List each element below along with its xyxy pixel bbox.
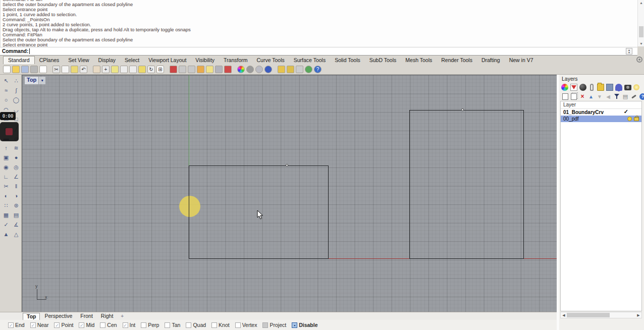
scroll-down-icon[interactable]: ▼: [638, 41, 644, 46]
menu-tab-standard[interactable]: Standard: [3, 56, 35, 64]
options-gear-icon[interactable]: [287, 66, 294, 73]
checkbox[interactable]: [211, 322, 217, 328]
boolean-union-icon[interactable]: ◐: [2, 191, 11, 201]
osnap-knot[interactable]: Knot: [211, 322, 230, 328]
render-tab-icon[interactable]: [579, 84, 586, 91]
zoom-window-icon[interactable]: [129, 66, 137, 73]
layer-manager-icon[interactable]: [224, 66, 232, 73]
command-prompt[interactable]: Command: ▲▼: [0, 47, 637, 56]
zoom-dynamic-icon[interactable]: [120, 66, 128, 73]
checkbox[interactable]: [165, 322, 170, 328]
sphere-icon[interactable]: ●: [12, 153, 21, 162]
visibility-bulb-icon[interactable]: [206, 66, 213, 73]
new-layer-icon[interactable]: [562, 93, 568, 100]
block-icon[interactable]: ▦: [2, 210, 11, 220]
filter-funnel-icon[interactable]: [614, 93, 620, 100]
named-view-icon[interactable]: [170, 66, 177, 73]
ghosted-view-icon[interactable]: [255, 66, 263, 73]
viewport-title[interactable]: Top ▼: [25, 77, 45, 84]
checkbox[interactable]: ✓: [123, 322, 128, 328]
osnap-near[interactable]: ✓Near: [30, 322, 49, 328]
notes-icon[interactable]: [590, 84, 594, 91]
display-wheel-icon[interactable]: [561, 84, 568, 91]
menu-tab-select[interactable]: Select: [120, 57, 144, 64]
osnap-cen[interactable]: Cen: [100, 322, 117, 328]
boolean-difference-icon[interactable]: ◑: [12, 191, 21, 201]
layer-name[interactable]: 00_pdf: [563, 116, 579, 122]
viewport-tab-front[interactable]: Front: [77, 313, 96, 319]
pipe-icon[interactable]: ◎: [12, 162, 21, 172]
layer-row[interactable]: 00_pdf: [561, 116, 641, 122]
tools-icon[interactable]: [631, 93, 637, 100]
osnap-perp[interactable]: Perp: [141, 322, 159, 328]
command-history[interactable]: Command: FitPlanSelect the outer boundar…: [0, 0, 637, 47]
osnap-tan[interactable]: Tan: [165, 322, 180, 328]
split-icon[interactable]: ‖: [12, 182, 21, 191]
menu-tab-curve-tools[interactable]: Curve Tools: [252, 57, 289, 64]
named-views-camera-icon[interactable]: [624, 85, 631, 90]
menu-tab-viewport-layout[interactable]: Viewport Layout: [144, 57, 191, 64]
ellipse-icon[interactable]: ◯: [12, 95, 21, 105]
menu-tab-solid-tools[interactable]: Solid Tools: [330, 57, 365, 64]
menu-tab-mesh-tools[interactable]: Mesh Tools: [401, 57, 437, 64]
display-wheel-icon[interactable]: [237, 66, 245, 73]
trim-icon[interactable]: ✂: [2, 182, 11, 191]
web-browser-icon[interactable]: [305, 66, 312, 73]
checkbox[interactable]: ✓: [54, 322, 60, 328]
select-icon[interactable]: ↖: [2, 76, 11, 86]
group-icon[interactable]: [197, 66, 204, 73]
menu-tab-new-in-v7[interactable]: New in V7: [505, 57, 538, 64]
recording-stop-button[interactable]: [0, 122, 19, 141]
menu-tab-drafting[interactable]: Drafting: [477, 57, 505, 64]
menu-tab-display[interactable]: Display: [94, 57, 120, 64]
open-file-icon[interactable]: [12, 66, 20, 73]
check-icon[interactable]: ✓: [2, 220, 11, 230]
checkbox[interactable]: ✓: [8, 322, 14, 328]
osnap-int[interactable]: ✓Int: [123, 322, 136, 328]
checkbox[interactable]: ✓: [30, 322, 36, 328]
curve-point-marker[interactable]: [461, 108, 464, 111]
viewport-layout-icon[interactable]: ⊞: [156, 66, 164, 73]
sun-icon[interactable]: [633, 84, 639, 90]
menu-tab-set-view[interactable]: Set View: [64, 57, 93, 64]
copy-view-icon[interactable]: [39, 66, 47, 73]
zoom-selected-icon[interactable]: [138, 66, 146, 73]
notifications-bell-icon[interactable]: [615, 84, 622, 91]
shaded-view-icon[interactable]: [246, 66, 254, 73]
distribute-icon[interactable]: ▤: [12, 210, 21, 220]
boundary-polyline-right[interactable]: [409, 110, 524, 259]
layer-lock-icon[interactable]: [634, 117, 639, 121]
box-icon[interactable]: ▣: [2, 153, 11, 162]
extrude-icon[interactable]: ↑: [2, 143, 11, 153]
chamfer-icon[interactable]: ∠: [12, 172, 21, 182]
move-icon[interactable]: +: [102, 66, 110, 73]
menu-tab-surface-tools[interactable]: Surface Tools: [289, 57, 330, 64]
move-down-icon[interactable]: ▼: [597, 93, 603, 100]
measure-icon[interactable]: ∡: [12, 220, 21, 230]
move-up-icon[interactable]: ▲: [588, 93, 594, 100]
paste-icon[interactable]: [71, 66, 78, 73]
annotate-icon[interactable]: △: [12, 230, 21, 239]
layer-list-hscrollbar[interactable]: ◀ ▶: [560, 312, 642, 318]
menu-tab-transform[interactable]: Transform: [219, 57, 252, 64]
scrollbar-thumb[interactable]: [567, 313, 610, 317]
command-spinner[interactable]: ▲▼: [626, 48, 632, 54]
osnap-disable[interactable]: ▪Disable: [292, 322, 317, 328]
new-viewport-icon[interactable]: +: [121, 313, 124, 319]
array-icon[interactable]: ∷: [2, 201, 11, 210]
print-icon[interactable]: [30, 66, 38, 73]
osnap-point[interactable]: ✓Point: [54, 322, 73, 328]
scrollbar-thumb[interactable]: [639, 26, 643, 37]
chevron-down-icon[interactable]: ▼: [39, 77, 45, 84]
menu-tab-cplanes[interactable]: CPlanes: [35, 57, 64, 64]
pan-icon[interactable]: [93, 66, 100, 73]
osnap-quad[interactable]: Quad: [186, 322, 206, 328]
layers-tab-icon[interactable]: [570, 84, 577, 91]
viewport-tab-right[interactable]: Right: [97, 313, 117, 319]
help-icon[interactable]: ?: [314, 66, 321, 73]
libraries-folder-icon[interactable]: [597, 84, 604, 91]
zoom-extents-icon[interactable]: [111, 66, 119, 73]
cut-icon[interactable]: ✂: [52, 66, 60, 73]
fillet-icon[interactable]: ∟: [2, 172, 11, 182]
cylinder-icon[interactable]: ◉: [2, 162, 11, 172]
